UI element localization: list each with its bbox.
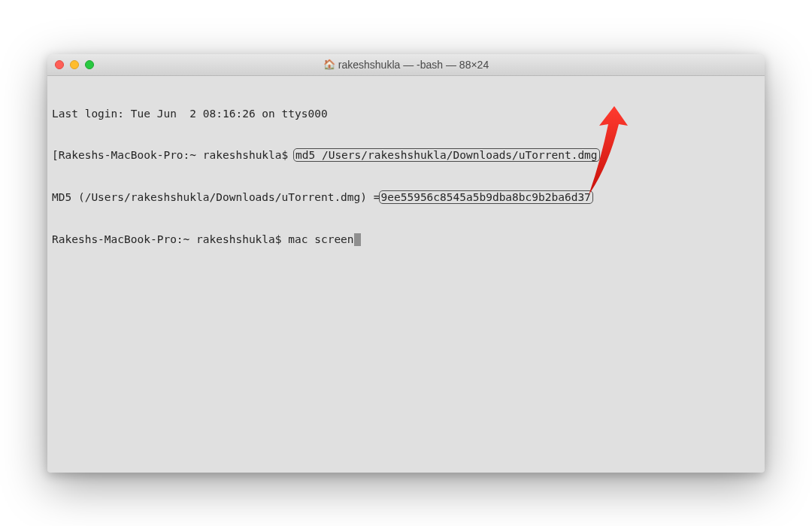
terminal-line-cmd1: [Rakeshs-MacBook-Pro:~ rakeshshukla$ md5… <box>52 148 760 163</box>
cursor <box>354 233 361 246</box>
terminal-line-cmd2: Rakeshs-MacBook-Pro:~ rakeshshukla$ mac … <box>52 233 760 247</box>
window-title: 🏠 rakeshshukla — -bash — 88×24 <box>47 59 765 71</box>
highlighted-hash: 9ee55956c8545a5b9dba8bc9b2ba6d37 <box>379 190 593 204</box>
highlighted-command: md5 /Users/rakeshshukla/Downloads/uTorre… <box>293 148 600 162</box>
minimize-button[interactable] <box>70 60 79 69</box>
typed-command: mac screen <box>288 233 353 245</box>
terminal-line-login: Last login: Tue Jun 2 08:16:26 on ttys00… <box>52 107 760 121</box>
window-title-text: rakeshshukla — -bash — 88×24 <box>338 59 489 71</box>
terminal-body[interactable]: Last login: Tue Jun 2 08:16:26 on ttys00… <box>47 76 765 473</box>
prompt-text: Rakeshs-MacBook-Pro:~ rakeshshukla$ <box>52 233 288 245</box>
terminal-window: 🏠 rakeshshukla — -bash — 88×24 Last logi… <box>47 54 765 473</box>
prompt-bracket: [ <box>52 149 59 161</box>
terminal-line-output: MD5 (/Users/rakeshshukla/Downloads/uTorr… <box>52 190 760 205</box>
md5-output-prefix: MD5 (/Users/rakeshshukla/Downloads/uTorr… <box>52 191 380 203</box>
traffic-lights <box>47 60 94 69</box>
close-button[interactable] <box>55 60 64 69</box>
home-icon: 🏠 <box>323 59 335 70</box>
prompt-text: Rakeshs-MacBook-Pro:~ rakeshshukla$ <box>59 149 295 161</box>
zoom-button[interactable] <box>85 60 94 69</box>
titlebar: 🏠 rakeshshukla — -bash — 88×24 <box>47 54 765 76</box>
